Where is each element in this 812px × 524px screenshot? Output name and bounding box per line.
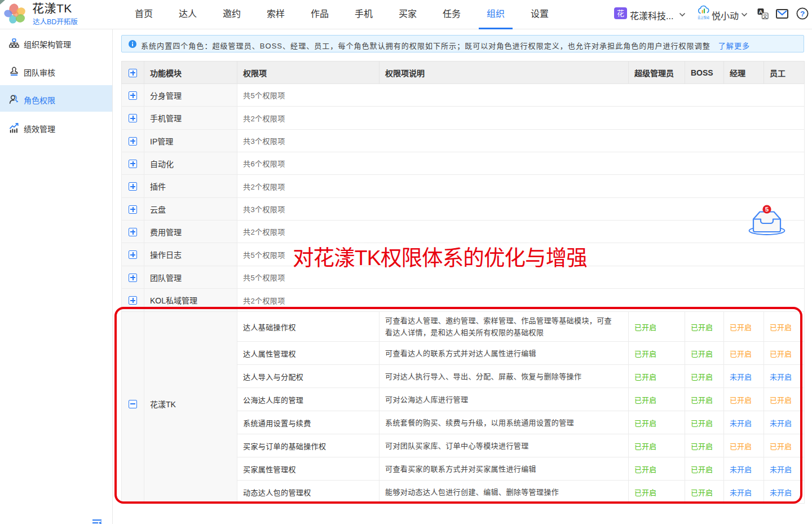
svg-text:5: 5	[765, 206, 769, 213]
svg-text:文: 文	[763, 14, 768, 19]
svg-text:?: ?	[800, 10, 805, 18]
svg-text:云上悦动: 云上悦动	[698, 15, 709, 20]
